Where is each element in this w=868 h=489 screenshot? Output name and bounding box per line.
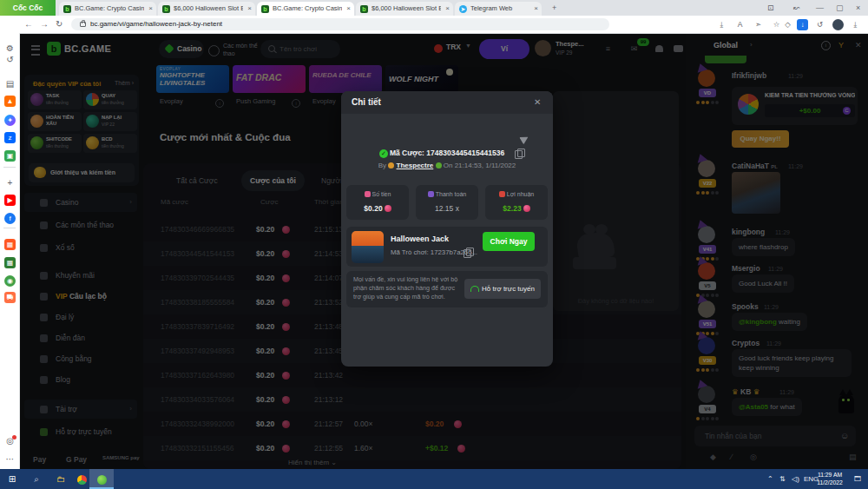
tab-close-icon[interactable]: × <box>247 2 252 16</box>
live-support-button[interactable]: Hỗ trợ trực tuyến <box>464 279 541 299</box>
volume-icon[interactable]: ◁) <box>792 469 799 489</box>
taskbar-clock[interactable]: 11:29 AM 11/2/2022 <box>809 472 851 486</box>
coccoc-logo: Cốc Cốc <box>0 0 56 16</box>
coccoc-icon[interactable] <box>89 469 114 489</box>
sync-icon[interactable]: ↺ <box>815 20 825 30</box>
cart-icon[interactable]: ⛟ <box>4 292 16 303</box>
sidebar-divider <box>3 167 16 168</box>
bcgame-favicon: b <box>162 5 170 13</box>
settings-gear-icon[interactable]: ⚙ <box>4 43 16 54</box>
tab-title: $6,000 Halloween Slot Battl <box>174 2 243 16</box>
screen: Cốc Cốc b BC.Game: Crypto Casino Ga × b … <box>0 0 868 489</box>
network-icon[interactable]: ⇅ <box>779 469 786 489</box>
bookmark-star-icon[interactable]: ☆ <box>772 20 781 30</box>
browser-tabstrip: Cốc Cốc b BC.Game: Crypto Casino Ga × b … <box>0 0 868 16</box>
frog-icon <box>436 162 442 169</box>
history-back-icon[interactable]: ↜ <box>793 3 800 13</box>
messenger-icon[interactable]: ✦ <box>4 115 16 126</box>
clock-time: 11:29 AM <box>809 472 851 479</box>
play-now-button[interactable]: Chơi Ngay <box>483 232 535 251</box>
clock-date: 11/2/2022 <box>809 479 851 487</box>
stat-profit: Lợi nhuận $2.23 <box>485 185 548 220</box>
add-shortcut-icon[interactable]: + <box>4 177 16 188</box>
modal-close-icon[interactable]: ✕ <box>534 91 541 114</box>
player-name[interactable]: Thespectre <box>397 162 434 169</box>
maximize-button[interactable]: ▢ <box>836 3 844 13</box>
tab-5-telegram[interactable]: ➤ Telegram Web × <box>455 2 542 16</box>
taskbar-search-icon[interactable]: ⌕ <box>24 469 49 489</box>
piggy-icon <box>365 191 371 197</box>
tab-close-icon[interactable]: × <box>346 2 351 16</box>
shop-round-icon[interactable]: ◉ <box>4 275 16 287</box>
share-icon[interactable]: ➣ <box>753 20 763 30</box>
action-center-icon[interactable]: 🗔 <box>854 469 861 489</box>
more-options-icon[interactable]: ⋯ <box>4 453 16 465</box>
wallet-icon <box>428 191 434 197</box>
close-button[interactable]: × <box>856 3 860 13</box>
tray-expand-icon[interactable]: ⌃ <box>767 469 773 489</box>
windows-taskbar <box>0 469 868 489</box>
url-text[interactable]: bc.game/vi/game/halloween-jack-by-netent <box>90 18 222 30</box>
tab-search-icon[interactable]: ⊡ <box>767 3 774 13</box>
history-icon[interactable]: ↺ <box>4 54 16 65</box>
shield-icon[interactable]: ◇ <box>783 20 792 30</box>
shop-orange-icon[interactable]: ▦ <box>4 239 16 250</box>
tab-3-active[interactable]: b BC.Game: Crypto Casino Ga × <box>257 2 354 16</box>
token-icon <box>385 205 391 212</box>
bcgame-favicon: b <box>261 5 269 13</box>
download-button[interactable]: ↓ <box>797 19 808 30</box>
token-icon <box>523 205 530 212</box>
facebook-icon[interactable]: f <box>4 213 16 224</box>
notification-dot <box>12 435 16 439</box>
start-button[interactable]: ⊞ <box>0 469 24 489</box>
games-icon[interactable]: ▣ <box>4 150 16 162</box>
bcgame-favicon: b <box>63 5 71 13</box>
hot-trends-icon[interactable]: ▲ <box>4 96 16 107</box>
modal-title: Chi tiết <box>352 91 381 114</box>
reading-list-icon[interactable]: ▤ <box>4 78 16 89</box>
stat-payout: Thanh toán 12.15 x <box>416 185 478 220</box>
tab-close-icon[interactable]: × <box>445 2 450 16</box>
copy-icon[interactable] <box>464 249 471 258</box>
tab-close-icon[interactable]: × <box>148 2 153 16</box>
tab-title: BC.Game: Crypto Casino Ga <box>75 2 144 16</box>
back-button[interactable]: ← <box>24 19 33 30</box>
copy-icon[interactable] <box>515 150 523 159</box>
lock-icon <box>80 22 86 27</box>
tab-title: BC.Game: Crypto Casino Ga <box>273 2 342 16</box>
reload-button[interactable]: ↻ <box>56 19 62 30</box>
minimize-button[interactable]: — <box>816 3 824 13</box>
youtube-icon[interactable]: ▶ <box>4 195 16 206</box>
forward-button[interactable]: → <box>40 19 49 30</box>
profit-icon <box>499 191 505 197</box>
tab-title: Telegram Web <box>470 2 529 16</box>
game-name: Halloween Jack <box>391 235 449 243</box>
tab-1[interactable]: b BC.Game: Crypto Casino Ga × <box>59 2 156 16</box>
bet-datetime: 21:14:53, 1/11/2022 <box>455 162 516 169</box>
stat-amount: Số tiền $0.20 <box>346 185 409 220</box>
telegram-favicon: ➤ <box>459 5 467 13</box>
headset-icon <box>470 286 479 292</box>
tab-4[interactable]: b $6,000 Halloween Slot Battl × <box>356 2 453 16</box>
sidebar-divider <box>3 228 16 228</box>
shop-green-icon[interactable]: ▦ <box>4 257 16 268</box>
translate-icon[interactable]: A <box>735 20 745 30</box>
support-text: Mọi vấn đề, xin vui lòng liên hệ với bộ … <box>353 275 459 301</box>
tab-title: $6,000 Halloween Slot Battl <box>372 2 441 16</box>
save-page-icon[interactable]: ⤓ <box>717 20 727 30</box>
game-thumbnail[interactable] <box>352 231 384 263</box>
zalo-icon[interactable]: z <box>4 132 16 143</box>
bet-author-line: By Thespectre On 21:14:53, 1/11/2022 <box>341 162 553 169</box>
downloads-tray-icon[interactable]: ⤓ <box>851 20 860 30</box>
profile-avatar[interactable] <box>832 19 844 30</box>
new-tab-button[interactable]: + <box>552 3 556 13</box>
tab-close-icon[interactable]: × <box>534 2 538 16</box>
verified-check-icon: ✓ <box>379 149 388 158</box>
bcgame-favicon: b <box>360 5 368 13</box>
tab-2[interactable]: b $6,000 Halloween Slot Battl × <box>158 2 255 16</box>
medal-icon <box>388 162 394 169</box>
